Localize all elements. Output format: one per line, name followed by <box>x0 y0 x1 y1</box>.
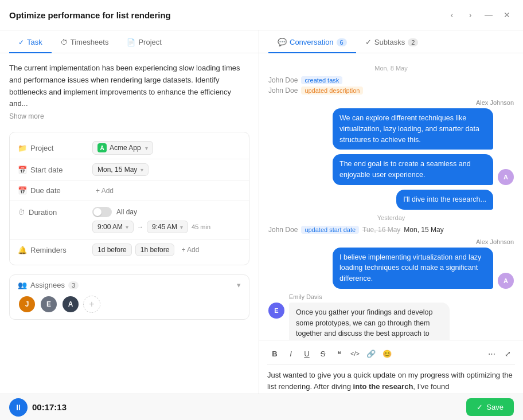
quote-button[interactable]: ❝ <box>331 346 346 361</box>
task-content: The current implementation has been expe… <box>0 53 259 420</box>
end-time-badge[interactable]: 9:45 AM ▾ <box>147 221 188 233</box>
conversation-tab-label: Conversation <box>290 38 334 46</box>
add-assignee-button[interactable]: + <box>83 296 100 313</box>
start-date-label-text: Start date <box>30 166 63 174</box>
close-button[interactable]: ✕ <box>500 8 514 22</box>
bottom-bar: ⏸ 00:17:13 ✓ Save <box>0 394 523 420</box>
code-button[interactable]: </> <box>348 346 362 361</box>
reminder-1h-text: 1h before <box>140 246 170 254</box>
save-label: Save <box>486 403 504 411</box>
reminders-value: 1d before 1h before + Add <box>92 244 241 256</box>
tab-conversation[interactable]: 💬 Conversation 6 <box>268 31 356 53</box>
save-check-icon: ✓ <box>477 403 483 411</box>
due-date-label-text: Due date <box>30 186 61 195</box>
show-more-link[interactable]: Show more <box>9 112 249 120</box>
pause-button[interactable]: ⏸ <box>9 398 28 417</box>
main-layout: ✓ Task ⏱ Timesheets 📄 Project The curren… <box>0 30 523 420</box>
system-msg-created: John Doe created task <box>268 76 514 84</box>
duration-minutes: 45 min <box>192 223 210 230</box>
emily-sender-name: Emily Davis <box>289 293 450 300</box>
conversation-tab-icon: 💬 <box>278 38 287 46</box>
project-tab-icon: 📄 <box>127 38 135 46</box>
start-date-icon: 📅 <box>18 166 27 174</box>
reminders-icon: 🔔 <box>18 246 27 254</box>
end-time-chevron: ▾ <box>180 224 183 230</box>
start-date-chevron: ▾ <box>140 167 143 173</box>
reminder-1d-text: 1d before <box>97 246 127 254</box>
due-date-add-text: + Add <box>96 187 114 195</box>
reminder-add-button[interactable]: + Add <box>178 244 202 256</box>
next-button[interactable]: › <box>463 8 477 22</box>
emily-bubble: Once you gather your findings and develo… <box>289 303 450 340</box>
tab-task[interactable]: ✓ Task <box>9 31 52 53</box>
duration-label: ⏱ Duration <box>18 208 92 217</box>
duration-controls: All day 9:00 AM ▾ → 9:45 AM ▾ <box>92 207 210 233</box>
emoji-button[interactable]: 😊 <box>380 346 395 361</box>
due-date-add-button[interactable]: + Add <box>92 185 117 197</box>
fields-section: 📁 Project A Acme App ▾ 📅 <box>9 132 249 265</box>
timer-display: 00:17:13 <box>32 402 67 412</box>
system-sender-1: John Doe <box>268 76 298 84</box>
tab-project[interactable]: 📄 Project <box>118 31 170 53</box>
project-tab-label: Project <box>138 38 161 46</box>
save-button[interactable]: ✓ Save <box>466 398 514 416</box>
start-time-badge[interactable]: 9:00 AM ▾ <box>92 221 134 233</box>
due-date-label: 📅 Due date <box>18 186 92 195</box>
subtasks-tab-label: Subtasks <box>374 38 405 46</box>
created-task-badge: created task <box>301 76 342 84</box>
strikethrough-button[interactable]: S <box>315 346 330 361</box>
duration-value: All day 9:00 AM ▾ → 9:45 AM ▾ <box>92 207 241 233</box>
assignees-person-icon: 👥 <box>18 281 27 289</box>
activity-start-date: John Doe updated start date Tue, 16 May … <box>268 226 514 234</box>
reminder-badge-1h[interactable]: 1h before <box>135 244 175 256</box>
minimize-button[interactable]: — <box>482 8 495 22</box>
more-options-button[interactable]: ⋯ <box>484 346 499 361</box>
bold-button[interactable]: B <box>267 346 282 361</box>
project-name: Acme App <box>110 144 141 152</box>
italic-button[interactable]: I <box>283 346 298 361</box>
start-date-label: 📅 Start date <box>18 166 92 174</box>
system-sender-2: John Doe <box>268 87 298 95</box>
prev-button[interactable]: ‹ <box>445 8 459 22</box>
allday-label: All day <box>116 208 137 216</box>
date-divider-yesterday: Yesterday <box>268 214 514 221</box>
window-controls: ‹ › — ✕ <box>445 8 514 22</box>
start-date-badge[interactable]: Mon, 15 May ▾ <box>92 163 149 176</box>
link-button[interactable]: 🔗 <box>364 346 378 361</box>
assignees-chevron-icon[interactable]: ▾ <box>237 281 241 289</box>
alex-bubble-1: We can explore different techniques like… <box>333 108 493 150</box>
due-date-field-row: 📅 Due date + Add <box>10 180 249 201</box>
subtasks-tab-icon: ✓ <box>365 38 372 46</box>
alex-msg-group-2: Alex Johnson I believe implementing virt… <box>268 238 514 289</box>
assignees-count: 3 <box>68 281 79 289</box>
task-description: The current implementation has been expe… <box>9 62 249 110</box>
project-field-row: 📁 Project A Acme App ▾ <box>10 137 249 159</box>
updated-start-date-badge: updated start date <box>301 226 359 234</box>
assignees-label: Assignees <box>30 281 65 289</box>
project-label-text: Project <box>30 144 53 152</box>
alex-avatar: A <box>498 169 514 185</box>
alex-bubble-3: I believe implementing virtualization an… <box>333 248 493 289</box>
reminders-label-text: Reminders <box>30 246 67 254</box>
duration-icon: ⏱ <box>18 208 25 217</box>
allday-toggle[interactable] <box>92 207 112 217</box>
tab-subtasks[interactable]: ✓ Subtasks 2 <box>356 31 428 53</box>
timer-section: ⏸ 00:17:13 <box>9 398 67 417</box>
project-badge[interactable]: A Acme App ▾ <box>92 141 153 155</box>
time-arrow-icon: → <box>137 223 143 230</box>
due-date-value: + Add <box>92 185 241 197</box>
alex-avatar-3: A <box>498 273 514 289</box>
tab-timesheets[interactable]: ⏱ Timesheets <box>52 31 118 53</box>
assignee-avatar-2: E <box>40 295 58 313</box>
underline-button[interactable]: U <box>299 346 314 361</box>
reminder-badge-1d[interactable]: 1d before <box>92 244 132 256</box>
project-field-label: 📁 Project <box>18 144 92 152</box>
dive-msg: I'll dive into the research... <box>268 190 514 210</box>
alex-bubble-2: The end goal is to create a seamless and… <box>333 154 493 185</box>
compose-text-area[interactable]: Just wanted to give you a quick update o… <box>267 370 515 392</box>
updated-description-badge: updated description <box>301 87 363 95</box>
start-date-value: Mon, 15 May ▾ <box>92 163 241 176</box>
expand-button[interactable]: ⤢ <box>500 346 515 361</box>
alex-sender-name-1: Alex Johnson <box>476 99 514 106</box>
timesheets-tab-label: Timesheets <box>71 38 109 46</box>
